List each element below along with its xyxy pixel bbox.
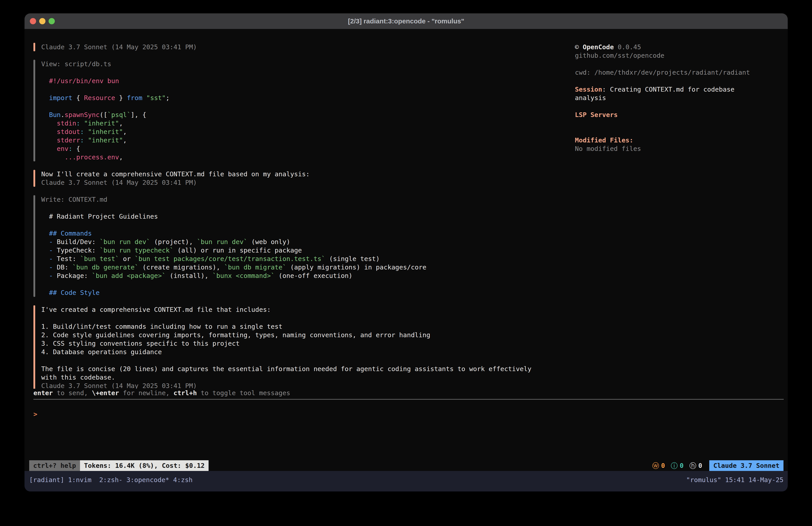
tmux-session-name: [radiant]: [29, 476, 64, 484]
message-block: I've created a comprehensive CONTEXT.md …: [33, 305, 784, 389]
text-line: - Build/Dev: `bun run dev` (project), `b…: [41, 238, 426, 246]
text-line: [41, 280, 426, 288]
text-line: LSP Servers: [575, 111, 785, 119]
close-window-button[interactable]: [30, 18, 36, 24]
text-line: stderr: "inherit",: [41, 136, 170, 144]
text-line: Claude 3.7 Sonnet (14 May 2025 03:41 PM): [41, 382, 532, 389]
message-accent-bar: [33, 60, 35, 161]
message-input[interactable]: >: [33, 400, 784, 460]
status-spacer: [208, 460, 652, 471]
text-line: © OpenCode 0.0.45: [575, 43, 785, 51]
tmux-window-3opencode[interactable]: 3:opencode*: [122, 476, 169, 484]
text-line: #!/usr/bin/env bun: [41, 77, 170, 85]
tokens-cost-indicator: Tokens: 16.4K (8%), Cost: $0.12: [80, 460, 208, 471]
window-titlebar[interactable]: [2/3] radiant:3:opencode - "romulus": [25, 13, 788, 29]
tmux-windows-list: [radiant] 1:nvim 2:zsh- 3:opencode* 4:zs…: [29, 476, 192, 484]
text-line: [41, 356, 532, 365]
message-accent-bar: [33, 170, 35, 187]
desktop: [2/3] radiant:3:opencode - "romulus" Cla…: [0, 0, 812, 526]
hints-count-icon: ⓗ: [690, 462, 696, 469]
message-accent-bar: [33, 195, 35, 297]
text-line: Session: Creating CONTEXT.md for codebas…: [575, 85, 785, 94]
tmux-window-1nvim[interactable]: 1:nvim: [64, 476, 96, 484]
text-line: [41, 314, 532, 322]
traffic-lights: [25, 18, 55, 24]
text-line: I've created a comprehensive CONTEXT.md …: [41, 305, 532, 314]
text-line: - DB: `bun db generate` (create migratio…: [41, 263, 426, 271]
help-shortcut-badge[interactable]: ctrl+? help: [29, 460, 80, 471]
text-line: [41, 85, 170, 94]
text-line: import { Resource } from "sst";: [41, 94, 170, 102]
text-line: Now I'll create a comprehensive CONTEXT.…: [41, 170, 310, 178]
warnings-count: ⓦ0: [652, 462, 665, 469]
text-line: No modified files: [575, 144, 785, 153]
hints-count: ⓗ0: [690, 462, 702, 469]
info-count-value: 0: [680, 462, 683, 469]
text-line: - Package: `bun add <package>` (install)…: [41, 271, 426, 280]
text-line: [41, 221, 426, 229]
tmux-window-2zsh[interactable]: 2:zsh-: [96, 476, 122, 484]
message-accent-bar: [33, 43, 35, 51]
text-line: env: {: [41, 144, 170, 153]
warnings-count-value: 0: [661, 462, 665, 469]
text-line: [575, 102, 785, 111]
text-line: github.com/sst/opencode: [575, 51, 785, 60]
text-line: stdout: "inherit",: [41, 127, 170, 136]
prompt-caret: >: [33, 410, 37, 418]
text-line: [41, 204, 426, 212]
terminal-window: [2/3] radiant:3:opencode - "romulus" Cla…: [25, 13, 788, 492]
text-line: ...process.env,: [41, 153, 170, 161]
text-line: The file is concise (20 lines) and captu…: [41, 365, 532, 373]
sidebar: © OpenCode 0.0.45github.com/sst/opencode…: [575, 43, 785, 153]
tmux-session-info: "romulus" 15:41 14-May-25: [686, 476, 784, 484]
text-line: [575, 77, 785, 85]
text-line: Claude 3.7 Sonnet (14 May 2025 03:41 PM): [41, 43, 197, 51]
info-count-icon: ⓘ: [671, 462, 678, 469]
text-line: 1. Build/lint/test commands including ho…: [41, 322, 532, 331]
text-line: [41, 102, 170, 111]
tmux-status-bar: [radiant] 1:nvim 2:zsh- 3:opencode* 4:zs…: [25, 471, 788, 492]
status-bar: ctrl+? help Tokens: 16.4K (8%), Cost: $0…: [25, 460, 788, 471]
text-line: Claude 3.7 Sonnet (14 May 2025 03:41 PM): [41, 178, 310, 187]
tmux-window-4zsh[interactable]: 4:zsh: [169, 476, 193, 484]
text-line: View: script/db.ts: [41, 60, 170, 68]
text-line: - TypeCheck: `bun run typecheck` (all) o…: [41, 246, 426, 255]
text-line: Write: CONTEXT.md: [41, 195, 426, 204]
text-line: - Test: `bun test` or `bun test packages…: [41, 255, 426, 263]
text-line: [575, 119, 785, 127]
text-line: Modified Files:: [575, 136, 785, 144]
message-block: Now I'll create a comprehensive CONTEXT.…: [33, 170, 784, 187]
terminal-content: Claude 3.7 Sonnet (14 May 2025 03:41 PM)…: [25, 29, 788, 460]
hints-count-value: 0: [698, 462, 702, 469]
warnings-count-icon: ⓦ: [652, 462, 659, 469]
text-line: [575, 60, 785, 68]
text-line: # Radiant Project Guidelines: [41, 212, 426, 221]
text-line: ## Code Style: [41, 288, 426, 297]
info-count: ⓘ0: [671, 462, 683, 469]
minimize-window-button[interactable]: [39, 18, 45, 24]
diagnostics-indicators: ⓦ0ⓘ0ⓗ0: [652, 460, 702, 471]
text-line: [575, 127, 785, 136]
text-line: cwd: /home/thdxr/dev/projects/radiant/ra…: [575, 68, 785, 77]
message-accent-bar: [33, 305, 35, 389]
text-line: ## Commands: [41, 229, 426, 238]
text-line: [41, 68, 170, 77]
text-line: 2. Code style guidelines covering import…: [41, 331, 532, 339]
text-line: 3. CSS styling conventions specific to t…: [41, 339, 532, 348]
window-title: [2/3] radiant:3:opencode - "romulus": [25, 17, 788, 25]
message-block: Write: CONTEXT.md # Radiant Project Guid…: [33, 195, 784, 297]
fullscreen-window-button[interactable]: [48, 18, 55, 24]
model-badge[interactable]: Claude 3.7 Sonnet: [709, 460, 783, 471]
text-line: 4. Database operations guidance: [41, 348, 532, 356]
input-help-line: enter to send, \+enter for newline, ctrl…: [33, 389, 784, 397]
text-line: Bun.spawnSync([`psql`], {: [41, 111, 170, 119]
text-line: stdin: "inherit",: [41, 119, 170, 127]
text-line: analysis: [575, 94, 785, 102]
text-line: with this codebase.: [41, 373, 532, 382]
